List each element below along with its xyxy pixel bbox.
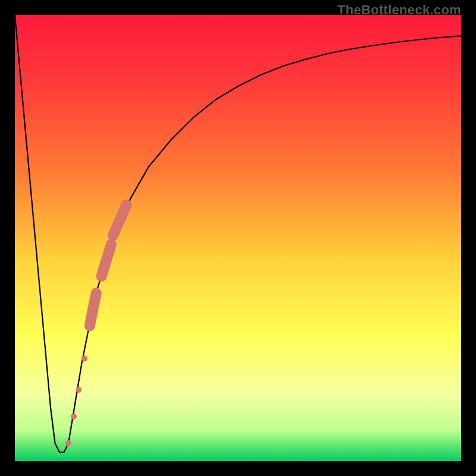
gradient-background — [15, 15, 461, 461]
chart-plot — [15, 15, 461, 461]
data-marker — [90, 293, 96, 326]
data-marker — [71, 414, 77, 419]
data-marker — [65, 440, 71, 446]
data-marker — [76, 387, 82, 393]
data-marker — [82, 356, 87, 362]
chart-frame: TheBottleneck.com — [0, 0, 476, 476]
